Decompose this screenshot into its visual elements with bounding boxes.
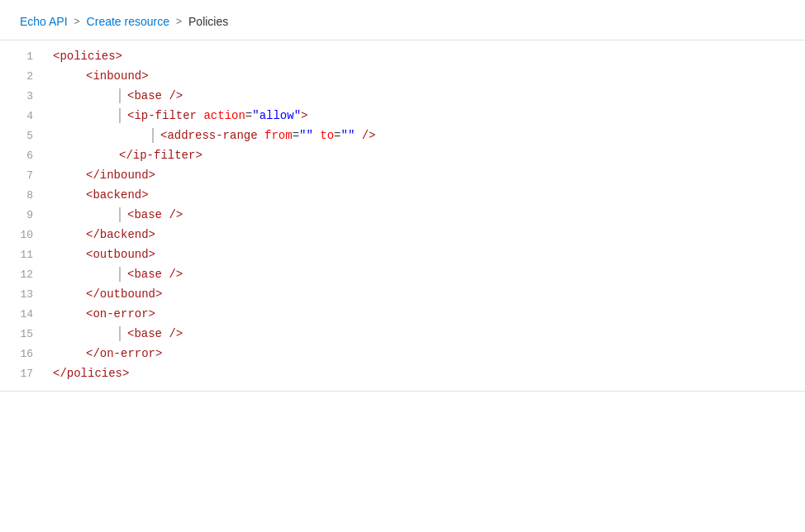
code-line: 11<outbound>	[0, 245, 805, 265]
code-line: 8<backend>	[0, 186, 805, 206]
code-line: 1<policies>	[0, 47, 805, 67]
xml-tag: <ip-filter	[127, 109, 203, 122]
xml-tag: />	[355, 129, 375, 142]
xml-tag: </policies>	[53, 367, 129, 380]
line-number: 5	[0, 128, 46, 145]
xml-tag: <backend>	[86, 188, 149, 202]
code-line: 3<base />	[0, 87, 805, 107]
line-content: </outbound>	[46, 285, 805, 303]
xml-tag: >	[301, 109, 307, 122]
xml-attribute-value: "allow"	[252, 109, 301, 122]
code-editor[interactable]: 1<policies>2<inbound>3<base />4<ip-filte…	[0, 40, 805, 392]
xml-tag: <base />	[127, 327, 183, 340]
line-number: 16	[0, 346, 46, 363]
pipe-indicator	[152, 128, 154, 143]
xml-tag: <on-error>	[86, 307, 155, 321]
line-content: </inbound>	[46, 166, 805, 184]
xml-tag: <base />	[127, 89, 183, 102]
xml-tag: <outbound>	[86, 248, 155, 261]
code-line: 6</ip-filter>	[0, 146, 805, 166]
breadcrumb: Echo API > Create resource > Policies	[0, 0, 805, 40]
code-line: 12<base />	[0, 265, 805, 285]
line-number: 10	[0, 227, 46, 245]
line-number: 12	[0, 267, 46, 284]
pipe-indicator	[119, 88, 121, 103]
line-number: 9	[0, 207, 46, 225]
line-content: <backend>	[46, 186, 805, 204]
pipe-indicator	[119, 108, 121, 123]
line-number: 6	[0, 148, 46, 165]
xml-attribute-value: ""	[299, 129, 313, 142]
breadcrumb-separator-1: >	[74, 16, 80, 27]
code-line: 4<ip-filter action="allow">	[0, 107, 805, 126]
xml-attribute-value: ""	[341, 129, 355, 142]
line-number: 15	[0, 326, 46, 344]
line-content: <base />	[46, 325, 805, 343]
code-line: 13</outbound>	[0, 285, 805, 305]
xml-punctuation: =	[293, 129, 299, 142]
line-number: 8	[0, 188, 46, 205]
breadcrumb-link-create-resource[interactable]: Create resource	[87, 15, 169, 28]
line-number: 2	[0, 69, 46, 86]
xml-tag: </backend>	[86, 228, 155, 241]
xml-tag: </inbound>	[86, 169, 155, 182]
line-content: </on-error>	[46, 344, 805, 363]
xml-tag: <inbound>	[86, 69, 149, 83]
xml-tag: <base />	[127, 208, 183, 221]
code-line: 14<on-error>	[0, 305, 805, 325]
line-content: <address-range from="" to="" />	[46, 126, 805, 145]
pipe-indicator	[119, 326, 121, 341]
breadcrumb-current: Policies	[188, 15, 228, 28]
line-content: </policies>	[46, 364, 805, 382]
line-number: 11	[0, 247, 46, 264]
line-number: 4	[0, 108, 46, 126]
line-content: <base />	[46, 265, 805, 283]
xml-tag: </on-error>	[86, 347, 162, 360]
xml-tag: <base />	[127, 268, 183, 281]
xml-attribute: action	[203, 109, 245, 122]
xml-tag: <policies>	[53, 50, 122, 63]
xml-tag: </ip-filter>	[119, 149, 202, 162]
code-line: 2<inbound>	[0, 67, 805, 87]
code-line: 9<base />	[0, 206, 805, 226]
code-line: 16</on-error>	[0, 344, 805, 364]
xml-punctuation	[313, 129, 320, 142]
line-number: 17	[0, 366, 46, 383]
line-content: <ip-filter action="allow">	[46, 107, 805, 125]
line-content: </ip-filter>	[46, 146, 805, 164]
breadcrumb-separator-2: >	[176, 16, 182, 27]
xml-punctuation: =	[245, 109, 252, 122]
line-content: <on-error>	[46, 305, 805, 323]
line-number: 14	[0, 306, 46, 324]
line-content: <policies>	[46, 47, 805, 65]
code-line: 15<base />	[0, 325, 805, 344]
line-content: <outbound>	[46, 245, 805, 264]
pipe-indicator	[119, 207, 121, 222]
xml-attribute: to	[320, 129, 334, 142]
line-number: 7	[0, 168, 46, 185]
line-content: <base />	[46, 206, 805, 224]
line-number: 1	[0, 49, 46, 66]
pipe-indicator	[119, 267, 121, 282]
line-content: </backend>	[46, 226, 805, 244]
xml-tag: </outbound>	[86, 287, 162, 301]
code-line: 10</backend>	[0, 226, 805, 245]
line-content: <inbound>	[46, 67, 805, 85]
xml-attribute: from	[264, 129, 293, 142]
line-content: <base />	[46, 87, 805, 105]
xml-tag: <address-range	[160, 129, 264, 142]
breadcrumb-link-echo-api[interactable]: Echo API	[20, 15, 68, 28]
code-line: 7</inbound>	[0, 166, 805, 186]
code-line: 17</policies>	[0, 364, 805, 384]
line-number: 13	[0, 287, 46, 304]
line-number: 3	[0, 88, 46, 106]
code-line: 5<address-range from="" to="" />	[0, 126, 805, 146]
